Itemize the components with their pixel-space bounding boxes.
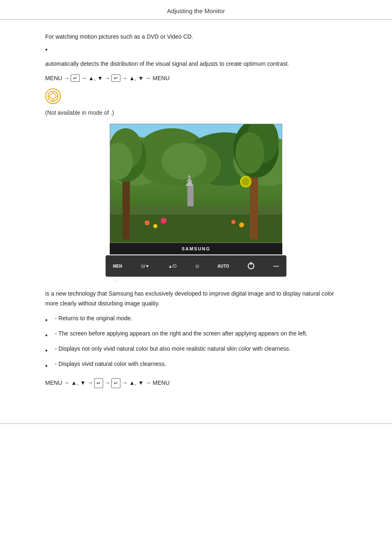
ctrl-ao-icon: ▲/O [168, 264, 176, 268]
key-enter-4: ↵ [111, 378, 120, 388]
bullet-text-2: - The screen before applying appears on … [55, 329, 308, 338]
bullet-item-3: • - Displays not only vivid natural colo… [45, 344, 347, 356]
key-enter-2: ↵ [111, 74, 120, 82]
arrow-2: → ▲, ▼ → MENU [122, 75, 169, 81]
garden-svg [110, 124, 282, 243]
svg-point-27 [145, 220, 150, 225]
ctrl-id-icon: ⊡/▼ [141, 264, 150, 268]
bullet-text-1: - Returns to the original mode. [55, 314, 132, 323]
hand-icon: ☜ [111, 274, 120, 286]
bullet-list: • - Returns to the original mode. • - Th… [45, 314, 347, 372]
monitor-screen [110, 124, 282, 243]
ctrl-minus-btn: — [273, 263, 279, 269]
header: Adjusting the Monitor [0, 0, 392, 20]
bullet-dot-t3: • [45, 345, 48, 356]
tech-description: is a new technology that Samsung has exc… [45, 289, 347, 309]
bullet-dot-1: • [45, 46, 48, 53]
eco-icon [45, 88, 61, 104]
garden-scene [110, 124, 282, 243]
ctrl-id-btn: ⊡/▼ [141, 264, 150, 268]
svg-point-1 [50, 93, 56, 99]
bullet-dot-t4: • [45, 360, 48, 371]
key-enter-3: ↵ [94, 378, 103, 388]
bullet-dot-t1: • [45, 314, 48, 326]
auto-contrast-text: automatically detects the distribution o… [45, 59, 347, 68]
svg-point-29 [161, 218, 166, 224]
eco-icon-container [45, 88, 347, 104]
arrow-4: → ▲, ▼ → MENU [122, 378, 169, 388]
intro-text: For watching motion pictures such as a D… [45, 32, 347, 41]
arrow-1: → ▲, ▼ → [81, 75, 110, 81]
bullet-item-2: • - The screen before applying appears o… [45, 329, 347, 341]
bullet-text-4: - Displays vivid natural color with clea… [55, 359, 166, 368]
content-area: For watching motion pictures such as a D… [0, 20, 392, 407]
svg-point-31 [239, 222, 244, 227]
ctrl-power-btn[interactable] [248, 263, 254, 269]
auto-contrast-block: automatically detects the distribution o… [45, 59, 347, 68]
not-available-text: (Not available in mode of .) [45, 108, 347, 117]
bullet-empty: • [45, 45, 347, 53]
ctrl-ao-btn: ▲/O [168, 264, 176, 268]
svg-point-22 [161, 143, 207, 180]
bullet-item-4: • - Displays vivid natural color with cl… [45, 359, 347, 371]
ctrl-middle-icon: ⊡ [196, 264, 199, 268]
ctrl-menu-label: MEN [113, 264, 122, 268]
bullet-text-3: - Displays not only vivid natural color … [55, 344, 291, 353]
menu-nav-2: MENU → ▲, ▼ → ↵ → ↵ → ▲, ▼ → MENU [45, 378, 347, 388]
bullet-dot-t2: • [45, 330, 48, 341]
monitor-controls: MEN ⊡/▼ ▲/O ⊡ AUTO — ☜ [106, 255, 286, 277]
tech-section: is a new technology that Samsung has exc… [45, 289, 347, 388]
svg-rect-23 [187, 186, 194, 206]
footer [0, 423, 392, 432]
menu-nav-1: MENU → ↵ → ▲, ▼ → ↵ → ▲, ▼ → MENU [45, 74, 347, 82]
monitor-image-section: SAMSUNG MEN ⊡/▼ ▲/O ⊡ AUTO — ☜ [45, 124, 347, 277]
ctrl-auto-label: AUTO [217, 264, 229, 268]
svg-point-33 [242, 178, 250, 186]
page-container: Adjusting the Monitor For watching motio… [0, 0, 392, 555]
ctrl-middle-btn: ⊡ [196, 264, 199, 268]
menu-label-2a: MENU → ▲, ▼ → [45, 378, 93, 388]
bullet-item-1: • - Returns to the original mode. [45, 314, 347, 326]
svg-point-20 [235, 132, 264, 173]
menu-label-1: MENU → [45, 75, 69, 81]
svg-point-28 [153, 224, 157, 228]
page-title: Adjusting the Monitor [167, 7, 225, 14]
bullet-empty-text [55, 45, 57, 52]
eco-svg [47, 90, 59, 102]
samsung-logo: SAMSUNG [182, 246, 210, 251]
arrow-3: → [104, 378, 110, 388]
key-enter-1: ↵ [71, 74, 80, 82]
monitor-base: SAMSUNG [110, 243, 282, 254]
svg-point-30 [231, 220, 235, 224]
